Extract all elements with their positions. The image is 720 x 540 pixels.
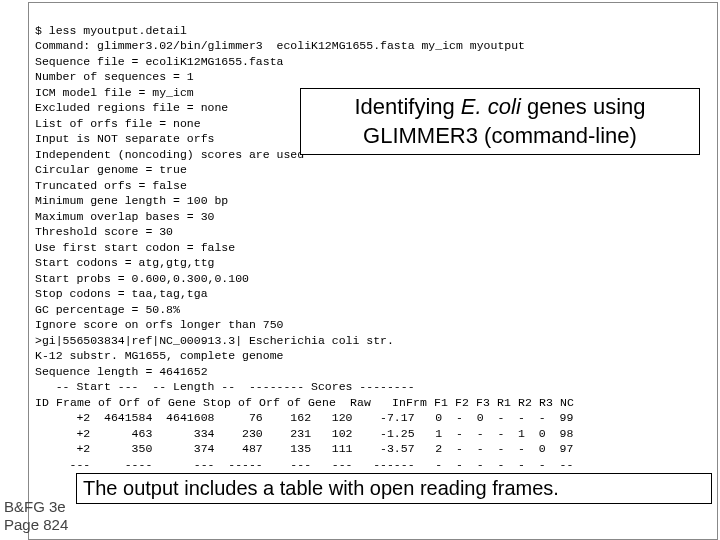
out-line: Threshold score = 30: [35, 225, 173, 238]
callout-title: Identifying E. coli genes using GLIMMER3…: [300, 88, 700, 155]
out-line: Use first start codon = false: [35, 241, 235, 254]
out-line: Number of sequences = 1: [35, 70, 194, 83]
out-line: Truncated orfs = false: [35, 179, 187, 192]
out-line: Independent (noncoding) scores are used: [35, 148, 304, 161]
out-line: Stop codons = taa,tag,tga: [35, 287, 208, 300]
command-text: less myoutput.detail: [49, 24, 187, 37]
out-line: Excluded regions file = none: [35, 101, 228, 114]
out-line: List of orfs file = none: [35, 117, 201, 130]
out-line: Input is NOT separate orfs: [35, 132, 214, 145]
out-line: K-12 substr. MG1655, complete genome: [35, 349, 283, 362]
table-header: ID Frame of Orf of Gene Stop of Orf of G…: [35, 396, 574, 409]
table-dash-line: -- Start --- -- Length -- -------- Score…: [35, 380, 415, 393]
callout-italic: E. coli: [461, 94, 521, 119]
out-line: Command: glimmer3.02/bin/glimmer3 ecoliK…: [35, 39, 525, 52]
book-ref: B&FG 3e: [4, 498, 68, 516]
callout-text: Identifying: [354, 94, 460, 119]
out-line: Maximum overlap bases = 30: [35, 210, 214, 223]
prompt-char: $: [35, 24, 49, 37]
out-line: Minimum gene length = 100 bp: [35, 194, 228, 207]
out-line: GC percentage = 50.8%: [35, 303, 180, 316]
page-ref: Page 824: [4, 516, 68, 534]
out-line: Circular genome = true: [35, 163, 187, 176]
terminal-output: $ less myoutput.detail Command: glimmer3…: [28, 2, 718, 540]
out-line: ICM model file = my_icm: [35, 86, 194, 99]
callout-caption: The output includes a table with open re…: [76, 473, 712, 504]
out-line: >gi|556503834|ref|NC_000913.3| Escherich…: [35, 334, 394, 347]
out-line: Sequence file = ecoliK12MG1655.fasta: [35, 55, 283, 68]
page-reference: B&FG 3e Page 824: [4, 498, 68, 534]
out-line: Sequence length = 4641652: [35, 365, 208, 378]
out-line: Ignore score on orfs longer than 750: [35, 318, 283, 331]
out-line: Start probs = 0.600,0.300,0.100: [35, 272, 249, 285]
out-line: Start codons = atg,gtg,ttg: [35, 256, 214, 269]
